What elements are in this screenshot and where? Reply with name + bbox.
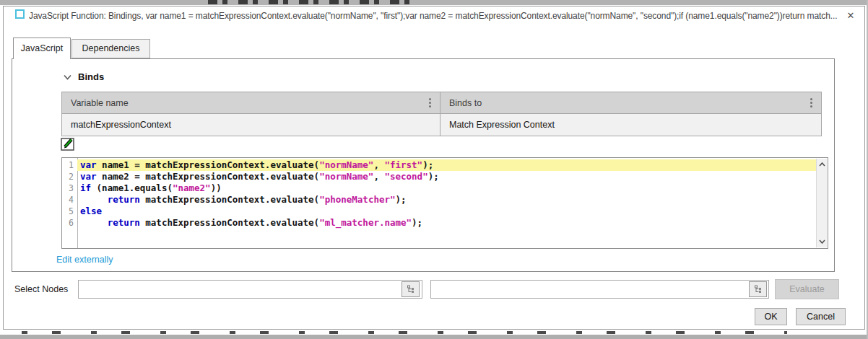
cancel-button[interactable]: Cancel [796,308,846,325]
code-line: 2var name2 = matchExpressionContext.eval… [62,171,816,182]
code-line: 6 return matchExpressionContext.evaluate… [62,217,816,229]
checkbox-icon [15,9,25,19]
code-line-text: if (name1.equals("name2")) [77,182,816,194]
line-number: 2 [62,171,77,182]
scroll-down-icon[interactable] [817,237,827,247]
table-row[interactable]: matchExpressionContext Match Expression … [62,114,821,136]
line-number: 6 [62,217,77,229]
screen: JavaScript Function: Bindings, var name1… [0,0,868,339]
tab-javascript-label: JavaScript [21,43,63,53]
line-number: 5 [62,206,77,217]
binds-table: Variable name Binds to matchExpressionCo… [61,92,822,136]
tab-dependencies-label: Dependencies [82,43,140,53]
cell-binds-to: Match Expression Context [440,114,821,136]
binds-section-header[interactable]: Binds [64,71,104,82]
edit-externally-link[interactable]: Edit externally [56,255,113,265]
node-picker-button-2[interactable] [749,281,767,297]
code-line-text: return matchExpressionContext.evaluate("… [77,194,816,206]
background-window-bottom-edge [0,335,868,339]
scroll-up-icon[interactable] [817,159,827,170]
close-icon[interactable]: ✕ [842,8,859,24]
cell-variable-name: matchExpressionContext [62,114,440,136]
code-line-text: return matchExpressionContext.evaluate("… [77,217,816,229]
tree-icon [407,285,415,294]
chevron-down-icon [64,74,71,80]
code-line-text: var name2 = matchExpressionContext.evalu… [77,171,816,182]
line-number: 1 [62,159,77,171]
script-editor[interactable]: 1var name1 = matchExpressionContext.eval… [61,157,828,249]
select-nodes-input-1[interactable] [78,280,422,299]
node-picker-button-1[interactable] [402,281,420,297]
select-nodes-label: Select Nodes [14,284,68,294]
select-nodes-input-2[interactable] [430,280,769,299]
clipped-background-text-bottom [22,331,787,334]
code-lines: 1var name1 = matchExpressionContext.eval… [62,158,816,248]
edit-binding-button[interactable] [61,138,75,151]
binds-section-title: Binds [78,71,104,82]
dialog-title: JavaScript Function: Bindings, var name1… [29,9,839,22]
pencil-icon [61,138,75,151]
column-menu-icon[interactable] [426,95,434,110]
background-window-top-edge [0,0,868,5]
code-line: 1var name1 = matchExpressionContext.eval… [62,159,816,171]
tree-icon [754,285,763,294]
clipped-background-text [208,0,419,4]
code-line: 5else [62,206,816,217]
code-line-text: else [77,206,816,217]
code-line: 3if (name1.equals("name2")) [62,182,816,194]
line-number: 3 [62,182,77,194]
code-line-text: var name1 = matchExpressionContext.evalu… [77,159,816,171]
column-menu-icon[interactable] [807,95,815,110]
editor-scrollbar[interactable] [816,159,827,247]
line-number: 4 [62,194,77,206]
code-line: 4 return matchExpressionContext.evaluate… [62,194,816,206]
ok-button[interactable]: OK [755,308,787,325]
column-header-variable-name[interactable]: Variable name [62,92,440,113]
tab-dependencies[interactable]: Dependencies [71,39,150,58]
tab-javascript[interactable]: JavaScript [13,38,71,59]
evaluate-button[interactable]: Evaluate [775,279,839,299]
binds-table-header-row: Variable name Binds to [62,92,821,114]
column-header-binds-to[interactable]: Binds to [440,92,821,113]
